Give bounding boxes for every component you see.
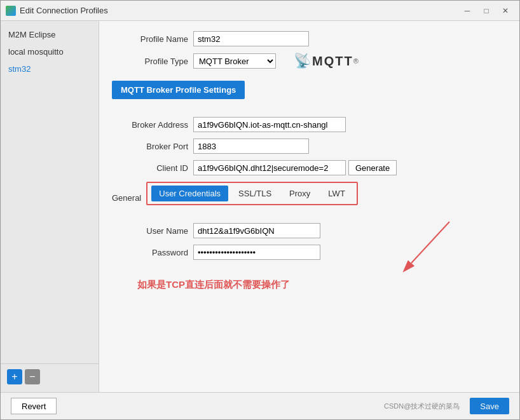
mqtt-logo: 📡 MQTT ® — [294, 53, 359, 69]
tabs-row: User Credentials SSL/TLS Proxy LWT — [146, 182, 358, 205]
password-input[interactable] — [193, 245, 320, 260]
tab-lwt[interactable]: LWT — [320, 186, 352, 201]
sidebar-item-m2m-eclipse[interactable]: M2M Eclipse — [1, 26, 99, 43]
tabs-container: General User Credentials SSL/TLS Proxy L… — [112, 182, 507, 214]
general-tab-label[interactable]: General — [112, 193, 141, 203]
section-header-wrapper: MQTT Broker Profile Settings — [112, 76, 507, 108]
title-bar-left: Edit Connection Profiles — [6, 6, 108, 16]
broker-address-label: Broker Address — [112, 120, 188, 130]
generate-button[interactable]: Generate — [348, 160, 397, 175]
sidebar: M2M Eclipse local mosquitto stm32 + − — [1, 21, 99, 392]
window-title: Edit Connection Profiles — [20, 6, 108, 15]
app-icon — [6, 6, 16, 16]
tab-ssl-tls[interactable]: SSL/TLS — [231, 186, 279, 201]
broker-port-input[interactable] — [193, 139, 309, 154]
profile-type-row: Profile Type MQTT Broker 📡 MQTT ® — [112, 53, 507, 69]
close-button[interactable]: ✕ — [496, 4, 514, 17]
minimize-button[interactable]: ─ — [458, 4, 476, 17]
remove-profile-button[interactable]: − — [25, 369, 40, 384]
broker-address-row: Broker Address — [112, 117, 507, 132]
username-label: User Name — [112, 226, 188, 236]
mqtt-registered-icon: ® — [353, 57, 359, 65]
mqtt-brand-text: MQTT — [312, 54, 353, 69]
sidebar-item-local-mosquitto[interactable]: local mosquitto — [1, 43, 99, 60]
watermark-text: CSDN@技术过硬的菜鸟 — [384, 402, 460, 411]
password-label: Password — [112, 248, 188, 257]
broker-address-input[interactable] — [193, 117, 346, 132]
annotation-text: 如果是TCP直连后面就不需要操作了 — [137, 279, 290, 290]
sidebar-bottom: + − — [1, 363, 99, 390]
profile-type-select[interactable]: MQTT Broker — [193, 53, 276, 69]
username-input[interactable] — [193, 223, 320, 238]
title-bar: Edit Connection Profiles ─ □ ✕ — [1, 1, 519, 21]
client-id-label: Client ID — [112, 163, 188, 173]
sidebar-item-stm32[interactable]: stm32 — [1, 60, 99, 78]
maximize-button[interactable]: □ — [477, 4, 495, 17]
profile-name-input[interactable] — [193, 31, 309, 46]
tab-user-credentials[interactable]: User Credentials — [151, 186, 228, 201]
window-controls: ─ □ ✕ — [458, 4, 514, 17]
sidebar-items: M2M Eclipse local mosquitto stm32 — [1, 24, 99, 78]
tab-proxy[interactable]: Proxy — [282, 186, 318, 201]
client-id-controls: Generate — [193, 160, 397, 175]
right-panel: Profile Name Profile Type MQTT Broker 📡 … — [99, 21, 519, 392]
annotation-area: 如果是TCP直连后面就不需要操作了 — [112, 279, 507, 291]
main-content: M2M Eclipse local mosquitto stm32 + − Pr… — [1, 21, 519, 392]
profile-name-label: Profile Name — [112, 34, 188, 44]
revert-button[interactable]: Revert — [11, 398, 57, 414]
annotation-arrow — [392, 215, 469, 273]
profile-name-row: Profile Name — [112, 31, 507, 46]
svg-line-1 — [411, 222, 449, 263]
broker-port-label: Broker Port — [112, 142, 188, 151]
save-button[interactable]: Save — [470, 398, 509, 414]
client-id-input[interactable] — [193, 160, 346, 175]
broker-port-row: Broker Port — [112, 139, 507, 154]
add-profile-button[interactable]: + — [7, 369, 22, 384]
profile-type-controls: MQTT Broker 📡 MQTT ® — [193, 53, 359, 69]
section-header: MQTT Broker Profile Settings — [112, 81, 245, 99]
main-window: Edit Connection Profiles ─ □ ✕ M2M Eclip… — [0, 0, 520, 420]
mqtt-antenna-icon: 📡 — [294, 53, 311, 69]
profile-type-label: Profile Type — [112, 57, 188, 66]
bottom-right: CSDN@技术过硬的菜鸟 Save — [384, 398, 509, 414]
bottom-bar: Revert CSDN@技术过硬的菜鸟 Save — [1, 392, 519, 419]
client-id-row: Client ID Generate — [112, 160, 507, 175]
